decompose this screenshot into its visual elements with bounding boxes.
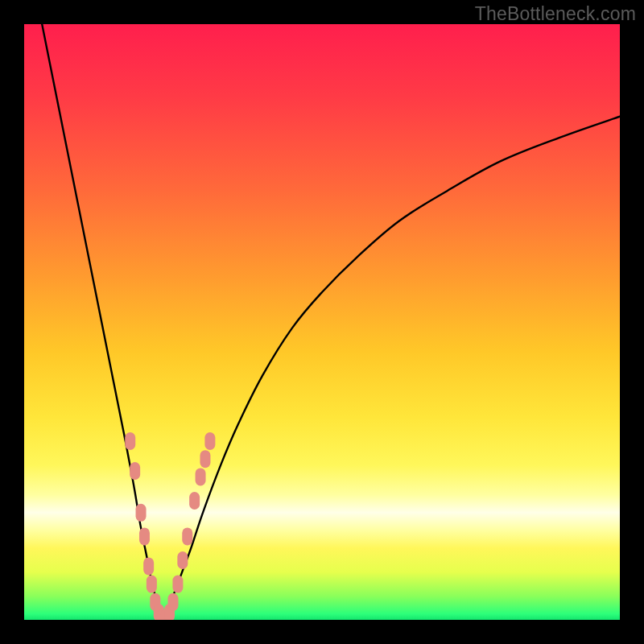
data-marker (125, 432, 135, 450)
data-marker (143, 557, 154, 575)
data-marker (130, 462, 140, 480)
plot-area (24, 24, 620, 620)
curve-layer (24, 24, 620, 620)
curve-right-branch (162, 117, 620, 620)
data-marker (172, 576, 183, 593)
data-marker (139, 527, 150, 545)
curve-left-branch (42, 24, 162, 620)
data-marker (164, 604, 175, 620)
data-marker (168, 593, 179, 611)
data-marker (196, 468, 206, 485)
data-marker (156, 609, 167, 620)
data-marker (154, 604, 164, 620)
data-marker (161, 609, 171, 620)
data-marker (189, 492, 200, 510)
chart-frame: TheBottleneck.com (0, 0, 644, 644)
data-marker (177, 551, 188, 569)
data-marker (136, 504, 147, 522)
data-marker (147, 576, 157, 593)
data-marker (200, 450, 210, 468)
watermark-text: TheBottleneck.com (475, 3, 636, 25)
data-marker (182, 527, 192, 545)
data-marker (150, 593, 160, 611)
data-marker (204, 432, 215, 450)
